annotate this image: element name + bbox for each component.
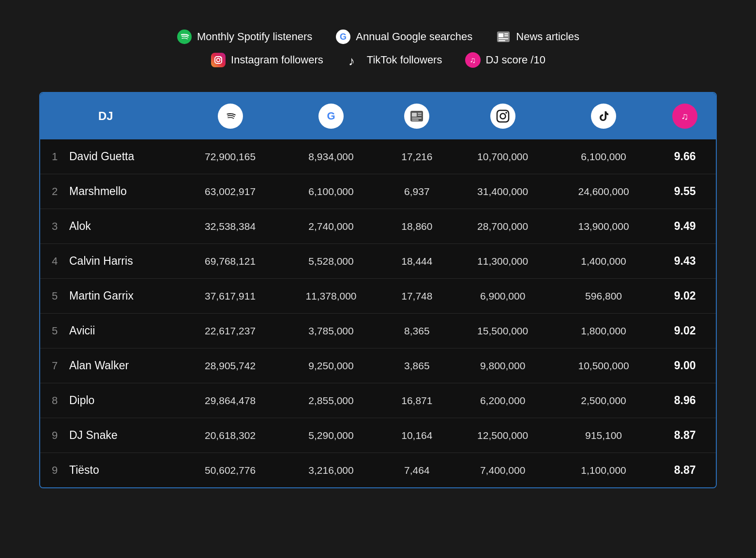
- legend-item-dj: ♫ DJ score /10: [465, 52, 545, 68]
- cell-google: 8,934,000: [281, 139, 381, 174]
- cell-rank: 3: [40, 209, 69, 244]
- cell-score: 9.49: [654, 209, 716, 244]
- th-rank: [40, 93, 69, 139]
- th-instagram: [452, 93, 553, 139]
- cell-spotify: 28,905,742: [180, 348, 280, 383]
- cell-score: 8.96: [654, 383, 716, 418]
- table-row: 2 Marshmello 63,002,917 6,100,000 6,937 …: [40, 174, 716, 209]
- cell-rank: 5: [40, 279, 69, 314]
- cell-instagram: 31,400,000: [452, 174, 553, 209]
- th-dj-score-svg: ♫: [678, 109, 692, 123]
- table-row: 5 Martin Garrix 37,617,911 11,378,000 17…: [40, 279, 716, 314]
- legend-label-instagram: Instagram followers: [231, 54, 323, 66]
- cell-tiktok: 596,800: [553, 279, 654, 314]
- cell-name: Alok: [69, 209, 180, 244]
- cell-name: Martin Garrix: [69, 279, 180, 314]
- svg-rect-23: [497, 110, 509, 122]
- svg-point-12: [220, 57, 221, 58]
- svg-rect-6: [504, 35, 508, 36]
- legend-item-news: News articles: [496, 29, 579, 45]
- cell-instagram: 9,800,000: [452, 348, 553, 383]
- cell-score: 8.87: [654, 418, 716, 453]
- th-news-icon-wrap: [404, 104, 429, 129]
- cell-rank: 7: [40, 348, 69, 383]
- cell-google: 2,740,000: [281, 209, 381, 244]
- cell-instagram: 7,400,000: [452, 453, 553, 488]
- svg-rect-7: [499, 38, 508, 39]
- cell-news: 16,871: [381, 383, 452, 418]
- svg-text:♪: ♪: [348, 54, 355, 67]
- legend-item-spotify: Monthly Spotify listeners: [177, 29, 312, 45]
- cell-news: 18,860: [381, 209, 452, 244]
- cell-instagram: 12,500,000: [452, 418, 553, 453]
- th-tiktok: [553, 93, 654, 139]
- rankings-table: DJ G: [40, 93, 716, 487]
- legend-label-news: News articles: [516, 30, 579, 43]
- cell-name: Diplo: [69, 383, 180, 418]
- th-google-icon-wrap: G: [318, 104, 344, 129]
- legend-label-spotify: Monthly Spotify listeners: [197, 30, 312, 43]
- svg-rect-20: [418, 115, 422, 116]
- table-row: 4 Calvin Harris 69,768,121 5,528,000 18,…: [40, 244, 716, 279]
- cell-instagram: 28,700,000: [452, 209, 553, 244]
- th-spotify: [180, 93, 280, 139]
- table-row: 1 David Guetta 72,900,165 8,934,000 17,2…: [40, 139, 716, 174]
- legend-item-google: G Annual Google searches: [335, 29, 472, 45]
- th-spotify-icon-wrap: [218, 104, 243, 129]
- svg-rect-5: [504, 33, 508, 34]
- cell-name: David Guetta: [69, 139, 180, 174]
- th-tiktok-svg: [597, 109, 610, 123]
- cell-name: Tiësto: [69, 453, 180, 488]
- svg-rect-8: [499, 40, 505, 41]
- svg-rect-9: [211, 53, 226, 67]
- cell-instagram: 15,500,000: [452, 314, 553, 348]
- cell-rank: 1: [40, 139, 69, 174]
- svg-point-24: [500, 114, 505, 119]
- cell-spotify: 37,617,911: [180, 279, 280, 314]
- dj-icon: ♫: [465, 52, 481, 68]
- cell-score: 8.87: [654, 453, 716, 488]
- cell-google: 3,216,000: [281, 453, 381, 488]
- news-icon: [496, 29, 511, 45]
- cell-spotify: 32,538,384: [180, 209, 280, 244]
- svg-rect-19: [418, 113, 422, 114]
- table-body: 1 David Guetta 72,900,165 8,934,000 17,2…: [40, 139, 716, 487]
- cell-score: 9.00: [654, 348, 716, 383]
- cell-name: Calvin Harris: [69, 244, 180, 279]
- cell-score: 9.02: [654, 279, 716, 314]
- legend-row-2: Instagram followers ♪ TikTok followers ♫…: [211, 52, 545, 68]
- legend-label-dj: DJ score /10: [485, 54, 545, 66]
- cell-spotify: 69,768,121: [180, 244, 280, 279]
- legend-item-instagram: Instagram followers: [211, 52, 323, 68]
- cell-tiktok: 6,100,000: [553, 139, 654, 174]
- th-google-svg: G: [324, 109, 338, 123]
- table-row: 7 Alan Walker 28,905,742 9,250,000 3,865…: [40, 348, 716, 383]
- cell-tiktok: 2,500,000: [553, 383, 654, 418]
- cell-news: 6,937: [381, 174, 452, 209]
- cell-news: 18,444: [381, 244, 452, 279]
- cell-name: Avicii: [69, 314, 180, 348]
- cell-google: 2,855,000: [281, 383, 381, 418]
- cell-spotify: 72,900,165: [180, 139, 280, 174]
- table-row: 9 DJ Snake 20,618,302 5,290,000 10,164 1…: [40, 418, 716, 453]
- cell-tiktok: 24,600,000: [553, 174, 654, 209]
- cell-google: 9,250,000: [281, 348, 381, 383]
- legend-row-1: Monthly Spotify listeners G Annual Googl…: [177, 29, 579, 45]
- svg-rect-22: [412, 120, 419, 121]
- table-row: 8 Diplo 29,864,478 2,855,000 16,871 6,20…: [40, 383, 716, 418]
- rankings-table-wrapper: DJ G: [39, 92, 717, 488]
- table-row: 9 Tiësto 50,602,776 3,216,000 7,464 7,40…: [40, 453, 716, 488]
- cell-google: 6,100,000: [281, 174, 381, 209]
- spotify-icon: [177, 29, 192, 45]
- cell-news: 17,216: [381, 139, 452, 174]
- cell-instagram: 6,200,000: [452, 383, 553, 418]
- svg-rect-21: [412, 118, 422, 119]
- cell-score: 9.02: [654, 314, 716, 348]
- th-instagram-svg: [496, 109, 510, 123]
- table-header-row: DJ G: [40, 93, 716, 139]
- google-icon: G: [335, 29, 351, 45]
- cell-news: 8,365: [381, 314, 452, 348]
- cell-rank: 4: [40, 244, 69, 279]
- cell-google: 3,785,000: [281, 314, 381, 348]
- cell-tiktok: 1,800,000: [553, 314, 654, 348]
